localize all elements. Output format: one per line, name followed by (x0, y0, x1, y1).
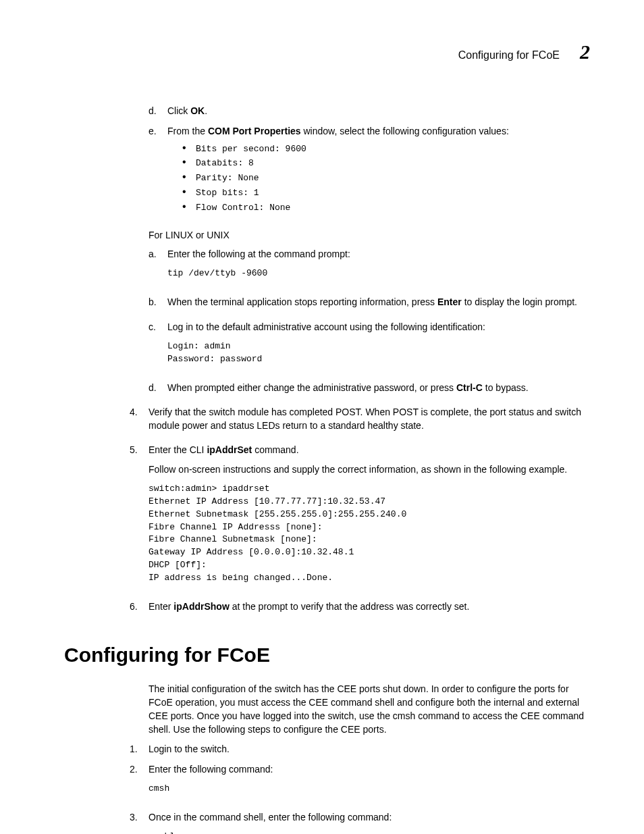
code-block: cmsh (149, 783, 590, 796)
bold-com: COM Port Properties (208, 126, 301, 136)
section-heading: Configuring for FCoE (64, 640, 590, 670)
marker: a. (149, 247, 167, 288)
text: Log in to the default administrative acc… (167, 321, 485, 332)
step-c: c. Log in to the default administrative … (149, 320, 590, 374)
fcoe-step-3: 3. Once in the command shell, enter the … (130, 810, 590, 834)
code-block: switch:admin> ipaddrset Ethernet IP Addr… (149, 483, 590, 585)
fcoe-step-2: 2. Enter the following command: cmsh (130, 762, 590, 804)
fcoe-step-1: 1. Login to the switch. (130, 742, 590, 756)
marker: d. (149, 104, 167, 118)
text: Enter the following at the command promp… (167, 249, 350, 259)
text: Once in the command shell, enter the fol… (149, 812, 392, 823)
step-text: When the terminal application stops repo… (167, 295, 590, 309)
bullet-item: •Parity: None (182, 172, 590, 185)
text: Click (167, 105, 190, 116)
bold-ipaddrshow: ipAddrShow (173, 601, 229, 612)
bullet-list: •Bits per second: 9600 •Databits: 8 •Par… (182, 142, 590, 215)
marker: d. (149, 381, 167, 394)
content-body: d. Click OK. e. From the COM Port Proper… (149, 104, 590, 834)
step-6: 6. Enter ipAddrShow at the prompt to ver… (130, 600, 590, 613)
text: When prompted either change the administ… (167, 382, 456, 393)
marker: c. (149, 320, 167, 374)
bullet-item: •Bits per second: 9600 (182, 142, 590, 156)
marker: 2. (130, 762, 149, 804)
text: window, select the following configurati… (301, 126, 509, 136)
page: Configuring for FCoE 2 d. Click OK. e. F… (0, 0, 644, 834)
step-text: Enter the following command: cmsh (149, 762, 590, 804)
bullet-item: •Flow Control: None (182, 201, 590, 215)
bullet-text: Parity: None (196, 172, 259, 185)
bullet-text: Bits per second: 9600 (196, 143, 306, 156)
intro-paragraph: The initial configuration of the switch … (149, 682, 590, 737)
marker: e. (149, 124, 167, 221)
step-text: Log in to the default administrative acc… (167, 320, 590, 374)
step-text: Enter ipAddrShow at the prompt to verify… (149, 600, 590, 613)
bullet-item: •Stop bits: 1 (182, 186, 590, 200)
step-text: When prompted either change the administ… (167, 381, 590, 394)
bullet-text: Databits: 8 (196, 157, 254, 170)
marker: 6. (130, 600, 149, 613)
step-e: e. From the COM Port Properties window, … (149, 124, 590, 221)
text: Enter (149, 601, 173, 612)
linux-label: For LINUX or UNIX (149, 228, 590, 242)
code-block: enable (149, 831, 590, 834)
marker: 5. (130, 443, 149, 592)
text: Enter the CLI (149, 444, 207, 455)
page-header: Configuring for FCoE 2 (64, 41, 590, 63)
step-text: Enter the CLI ipAddrSet command. Follow … (149, 443, 590, 592)
step-text: Enter the following at the command promp… (167, 247, 590, 288)
bullet-icon: • (182, 142, 196, 153)
step-text: From the COM Port Properties window, sel… (167, 124, 590, 221)
bullet-icon: • (182, 157, 196, 167)
step-4: 4. Verify that the switch module has com… (130, 405, 590, 433)
text: command. (252, 444, 298, 455)
step-a: a. Enter the following at the command pr… (149, 247, 590, 288)
text: . (205, 105, 207, 116)
bullet-icon: • (182, 186, 196, 197)
code-block: tip /dev/ttyb -9600 (167, 267, 590, 280)
bullet-text: Flow Control: None (196, 202, 290, 215)
bold-enter: Enter (437, 296, 462, 307)
text: From the (167, 126, 208, 136)
text: to display the login prompt. (462, 296, 577, 307)
bullet-text: Stop bits: 1 (196, 187, 259, 200)
marker: 1. (130, 742, 149, 756)
step-text: Login to the switch. (149, 742, 590, 756)
bold-ok: OK (190, 105, 205, 116)
follow-text: Follow on-screen instructions and supply… (149, 463, 590, 476)
code-block: Login: admin Password: password (167, 340, 590, 366)
bullet-icon: • (182, 172, 196, 182)
step-d: d. Click OK. (149, 104, 590, 118)
step-text: Once in the command shell, enter the fol… (149, 810, 590, 834)
step-text: Click OK. (167, 104, 590, 118)
step-d2: d. When prompted either change the admin… (149, 381, 590, 394)
bold-ctrlc: Ctrl-C (456, 382, 483, 393)
marker: 3. (130, 810, 149, 834)
bullet-item: •Databits: 8 (182, 157, 590, 170)
text: When the terminal application stops repo… (167, 296, 437, 307)
marker: 4. (130, 405, 149, 433)
marker: b. (149, 295, 167, 309)
step-text: Verify that the switch module has comple… (149, 405, 590, 433)
header-title: Configuring for FCoE (458, 49, 560, 61)
step-5: 5. Enter the CLI ipAddrSet command. Foll… (130, 443, 590, 592)
bullet-icon: • (182, 201, 196, 212)
chapter-number: 2 (580, 41, 590, 63)
text: to bypass. (483, 382, 529, 393)
bold-ipaddrset: ipAddrSet (207, 444, 252, 455)
text: Enter the following command: (149, 764, 273, 775)
step-b: b. When the terminal application stops r… (149, 295, 590, 309)
text: at the prompt to verify that the address… (230, 601, 470, 612)
